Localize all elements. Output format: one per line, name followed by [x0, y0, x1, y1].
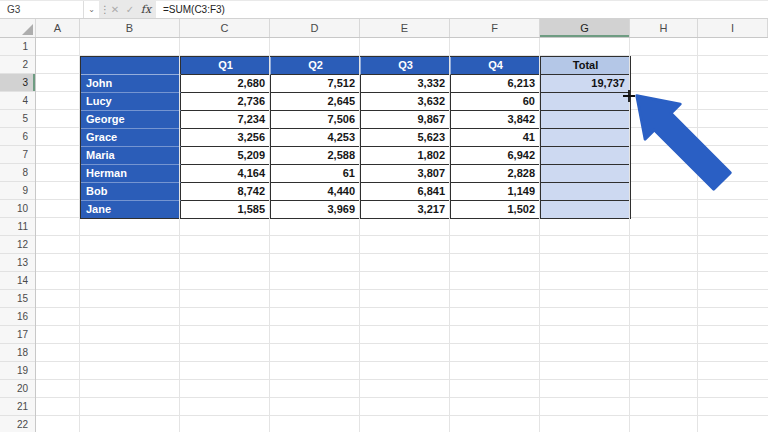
cell-E10[interactable]: 3,217 — [361, 201, 451, 219]
row-header-7[interactable]: 7 — [0, 146, 35, 164]
cell-B3[interactable]: John — [81, 75, 181, 93]
cell-F4[interactable]: 60 — [451, 93, 541, 111]
cell-E5[interactable]: 9,867 — [361, 111, 451, 129]
row-header-3[interactable]: 3 — [0, 74, 35, 92]
cell-G6[interactable] — [541, 129, 631, 147]
cell-C9[interactable]: 8,742 — [181, 183, 271, 201]
cell-D3[interactable]: 7,512 — [271, 75, 361, 93]
cell-G5[interactable] — [541, 111, 631, 129]
cell-F5[interactable]: 3,842 — [451, 111, 541, 129]
row-header-14[interactable]: 14 — [0, 272, 35, 290]
cell-C4[interactable]: 2,736 — [181, 93, 271, 111]
cell-B8[interactable]: Herman — [81, 165, 181, 183]
cell-E4[interactable]: 3,632 — [361, 93, 451, 111]
cell-C8[interactable]: 4,164 — [181, 165, 271, 183]
row-header-20[interactable]: 20 — [0, 380, 35, 398]
cell-F2[interactable]: Q4 — [451, 57, 541, 75]
column-header-H[interactable]: H — [630, 19, 698, 37]
cell-E6[interactable]: 5,623 — [361, 129, 451, 147]
cell-D6[interactable]: 4,253 — [271, 129, 361, 147]
row-header-2[interactable]: 2 — [0, 56, 35, 74]
gridline — [449, 38, 450, 432]
cell-D7[interactable]: 2,588 — [271, 147, 361, 165]
row-header-15[interactable]: 15 — [0, 290, 35, 308]
cell-F9[interactable]: 1,149 — [451, 183, 541, 201]
cell-E7[interactable]: 1,802 — [361, 147, 451, 165]
row-header-17[interactable]: 17 — [0, 326, 35, 344]
gridline — [79, 38, 80, 432]
cell-C6[interactable]: 3,256 — [181, 129, 271, 147]
cell-C10[interactable]: 1,585 — [181, 201, 271, 219]
chevron-down-icon[interactable]: ⌄ — [84, 1, 99, 18]
annotation-arrow-icon — [633, 92, 735, 194]
cell-E3[interactable]: 3,332 — [361, 75, 451, 93]
cell-D9[interactable]: 4,440 — [271, 183, 361, 201]
row-header-9[interactable]: 9 — [0, 182, 35, 200]
formula-input[interactable]: =SUM(C3:F3) — [156, 1, 768, 18]
cell-B10[interactable]: Jane — [81, 201, 181, 219]
cell-G2[interactable]: Total — [541, 57, 631, 75]
column-header-B[interactable]: B — [80, 19, 180, 37]
cell-B4[interactable]: Lucy — [81, 93, 181, 111]
column-header-A[interactable]: A — [36, 19, 80, 37]
cell-B6[interactable]: Grace — [81, 129, 181, 147]
cell-F8[interactable]: 2,828 — [451, 165, 541, 183]
cell-G7[interactable] — [541, 147, 631, 165]
row-header-13[interactable]: 13 — [0, 254, 35, 272]
cell-D4[interactable]: 2,645 — [271, 93, 361, 111]
cell-C5[interactable]: 7,234 — [181, 111, 271, 129]
column-header-F[interactable]: F — [450, 19, 540, 37]
row-header-4[interactable]: 4 — [0, 92, 35, 110]
cell-B5[interactable]: George — [81, 111, 181, 129]
row-header-10[interactable]: 10 — [0, 200, 35, 218]
select-all-triangle-icon — [22, 24, 33, 35]
cell-E2[interactable]: Q3 — [361, 57, 451, 75]
cell-C7[interactable]: 5,209 — [181, 147, 271, 165]
cell-C3[interactable]: 2,680 — [181, 75, 271, 93]
row-header-6[interactable]: 6 — [0, 128, 35, 146]
cell-E8[interactable]: 3,807 — [361, 165, 451, 183]
cell-B7[interactable]: Maria — [81, 147, 181, 165]
select-all-button[interactable] — [0, 19, 36, 37]
column-header-E[interactable]: E — [360, 19, 450, 37]
cell-G9[interactable] — [541, 183, 631, 201]
cell-F6[interactable]: 41 — [451, 129, 541, 147]
cell-C2[interactable]: Q1 — [181, 57, 271, 75]
cell-E9[interactable]: 6,841 — [361, 183, 451, 201]
row-header-1[interactable]: 1 — [0, 38, 35, 56]
cell-B2[interactable] — [81, 57, 181, 75]
row-header-8[interactable]: 8 — [0, 164, 35, 182]
cell-F7[interactable]: 6,942 — [451, 147, 541, 165]
column-header-C[interactable]: C — [180, 19, 270, 37]
cell-G8[interactable] — [541, 165, 631, 183]
row-header-11[interactable]: 11 — [0, 218, 35, 236]
cell-D2[interactable]: Q2 — [271, 57, 361, 75]
cell-G4[interactable] — [541, 93, 631, 111]
row-headers: 12345678910111213141516171819202122 — [0, 38, 36, 432]
cell-B9[interactable]: Bob — [81, 183, 181, 201]
cancel-icon[interactable]: ✕ — [108, 1, 122, 18]
name-box[interactable]: G3 — [0, 1, 84, 18]
gridline — [269, 38, 270, 432]
cell-G3[interactable]: 19,737 — [541, 75, 631, 93]
column-header-I[interactable]: I — [698, 19, 768, 37]
column-header-D[interactable]: D — [270, 19, 360, 37]
cell-D5[interactable]: 7,506 — [271, 111, 361, 129]
cell-G10[interactable] — [541, 201, 631, 219]
cell-D8[interactable]: 61 — [271, 165, 361, 183]
column-header-G[interactable]: G — [540, 19, 630, 37]
row-header-16[interactable]: 16 — [0, 308, 35, 326]
cell-F3[interactable]: 6,213 — [451, 75, 541, 93]
insert-function-icon[interactable]: fx — [138, 1, 154, 18]
cell-F10[interactable]: 1,502 — [451, 201, 541, 219]
row-header-12[interactable]: 12 — [0, 236, 35, 254]
row-header-19[interactable]: 19 — [0, 362, 35, 380]
row-header-21[interactable]: 21 — [0, 398, 35, 416]
gridline — [359, 38, 360, 432]
data-table: Q1Q2Q3Q4TotalJohn2,6807,5123,3326,21319,… — [80, 56, 631, 219]
enter-icon[interactable]: ✓ — [123, 1, 137, 18]
row-header-5[interactable]: 5 — [0, 110, 35, 128]
row-header-18[interactable]: 18 — [0, 344, 35, 362]
row-header-22[interactable]: 22 — [0, 416, 35, 432]
cell-D10[interactable]: 3,969 — [271, 201, 361, 219]
